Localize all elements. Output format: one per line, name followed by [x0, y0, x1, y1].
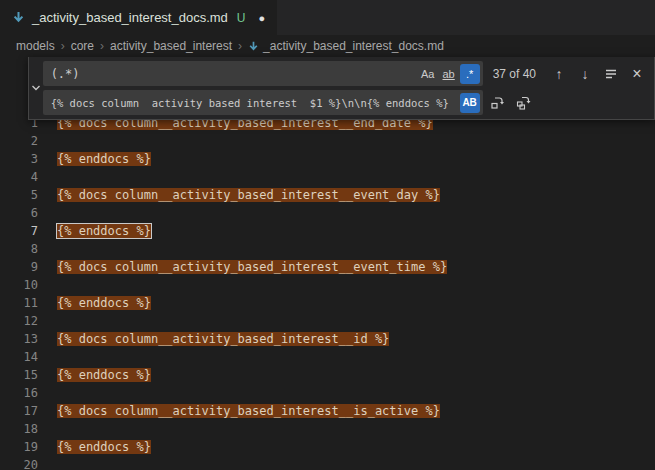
close-find-button[interactable]: × — [626, 63, 648, 85]
preserve-case-toggle[interactable]: AB — [460, 93, 480, 113]
results-count: 37 of 40 — [493, 67, 536, 81]
search-match: {% enddocs %} — [57, 440, 151, 454]
code-content: {% enddocs %} — [38, 150, 151, 168]
next-match-button[interactable]: ↓ — [574, 63, 596, 85]
line-number: 5 — [0, 186, 38, 204]
previous-match-button[interactable]: ↑ — [548, 63, 570, 85]
code-content: {% enddocs %} — [38, 366, 151, 384]
code-line[interactable]: 15{% enddocs %} — [0, 366, 655, 384]
line-number: 13 — [0, 330, 38, 348]
find-in-selection-button[interactable] — [600, 63, 622, 85]
toggle-replace-button[interactable] — [29, 61, 43, 115]
code-line[interactable]: 18 — [0, 420, 655, 438]
code-line[interactable]: 9{% docs column__activity_based_interest… — [0, 258, 655, 276]
line-number: 14 — [0, 348, 38, 366]
code-content: {% enddocs %} — [38, 438, 151, 456]
breadcrumb-separator-icon: › — [100, 39, 104, 53]
chevron-down-icon — [30, 82, 42, 94]
search-match: {% docs column__activity_based_interest_… — [57, 188, 440, 202]
line-number: 6 — [0, 204, 38, 222]
code-line[interactable]: 10 — [0, 276, 655, 294]
breadcrumb-item-models[interactable]: models — [16, 39, 55, 53]
search-input-value: (.*) — [51, 67, 417, 81]
code-line[interactable]: 13{% docs column__activity_based_interes… — [0, 330, 655, 348]
replace-all-button[interactable] — [513, 92, 535, 114]
whole-word-toggle[interactable]: ab — [439, 64, 459, 84]
find-rows: (.*) Aa ab .* 37 of 40 ↑ ↓ × {% docs col… — [43, 61, 648, 115]
arrow-down-icon: ↓ — [582, 66, 589, 82]
line-number: 15 — [0, 366, 38, 384]
replace-icon — [490, 95, 505, 110]
code-line[interactable]: 20 — [0, 456, 655, 470]
match-case-toggle[interactable]: Aa — [418, 64, 438, 84]
replace-button[interactable] — [487, 92, 509, 114]
line-number: 7 — [0, 222, 38, 240]
code-line[interactable]: 2 — [0, 132, 655, 150]
line-number: 2 — [0, 132, 38, 150]
code-line[interactable]: 6 — [0, 204, 655, 222]
code-line[interactable]: 5{% docs column__activity_based_interest… — [0, 186, 655, 204]
tab-title: _activity_based_interest_docs.md — [32, 10, 228, 25]
line-number: 11 — [0, 294, 38, 312]
search-match: {% enddocs %} — [57, 296, 151, 310]
code-line[interactable]: 12 — [0, 312, 655, 330]
code-content: {% docs column__activity_based_interest_… — [38, 258, 447, 276]
code-line[interactable]: 4 — [0, 168, 655, 186]
search-match: {% enddocs %} — [57, 152, 151, 166]
code-line[interactable]: 17{% docs column__activity_based_interes… — [0, 402, 655, 420]
code-line[interactable]: 7{% enddocs %} — [0, 222, 655, 240]
line-number: 19 — [0, 438, 38, 456]
code-line[interactable]: 14 — [0, 348, 655, 366]
breadcrumb-separator-icon: › — [238, 39, 242, 53]
code-content — [38, 384, 57, 402]
line-number: 17 — [0, 402, 38, 420]
breadcrumb-separator-icon: › — [61, 39, 65, 53]
find-widget: (.*) Aa ab .* 37 of 40 ↑ ↓ × {% docs col… — [28, 57, 655, 120]
line-number: 18 — [0, 420, 38, 438]
line-number: 3 — [0, 150, 38, 168]
code-content: {% docs column__activity_based_interest_… — [38, 402, 440, 420]
search-match: {% enddocs %} — [57, 368, 151, 382]
replace-input-value: {% docs column__activity_based_interest_… — [51, 97, 459, 109]
code-content: {% enddocs %} — [38, 222, 151, 240]
breadcrumb-item-folder[interactable]: activity_based_interest — [110, 39, 232, 53]
code-content — [38, 348, 57, 366]
regex-toggle[interactable]: .* — [460, 64, 480, 84]
line-number: 16 — [0, 384, 38, 402]
code-content — [38, 168, 57, 186]
line-number: 10 — [0, 276, 38, 294]
code-content — [38, 456, 57, 470]
code-line[interactable]: 16 — [0, 384, 655, 402]
line-number: 9 — [0, 258, 38, 276]
code-line[interactable]: 19{% enddocs %} — [0, 438, 655, 456]
tab-active-file[interactable]: _activity_based_interest_docs.md U ● — [0, 0, 278, 35]
breadcrumb-item-core[interactable]: core — [71, 39, 94, 53]
breadcrumb-item-file[interactable]: _activity_based_interest_docs.md — [248, 39, 444, 53]
code-line[interactable]: 11{% enddocs %} — [0, 294, 655, 312]
close-icon: × — [632, 65, 641, 83]
code-content: {% docs column__activity_based_interest_… — [38, 186, 440, 204]
line-number: 12 — [0, 312, 38, 330]
tab-bar: _activity_based_interest_docs.md U ● — [0, 0, 655, 35]
line-number: 8 — [0, 240, 38, 258]
search-match: {% docs column__activity_based_interest_… — [57, 260, 447, 274]
search-match-current: {% enddocs %} — [57, 224, 151, 238]
find-row: (.*) Aa ab .* 37 of 40 ↑ ↓ × — [43, 61, 648, 86]
search-input[interactable]: (.*) Aa ab .* — [43, 61, 483, 86]
code-line[interactable]: 3{% enddocs %} — [0, 150, 655, 168]
code-content — [38, 276, 57, 294]
search-match: {% docs column__activity_based_interest_… — [57, 404, 440, 418]
code-content: {% docs column__activity_based_interest_… — [38, 330, 389, 348]
code-content — [38, 312, 57, 330]
markdown-icon — [12, 11, 25, 24]
code-content: {% enddocs %} — [38, 294, 151, 312]
vscode-window: { "tab": { "title": "_activity_based_int… — [0, 0, 655, 470]
replace-input[interactable]: {% docs column__activity_based_interest_… — [43, 90, 483, 115]
replace-row: {% docs column__activity_based_interest_… — [43, 90, 648, 115]
code-line[interactable]: 8 — [0, 240, 655, 258]
code-content — [38, 204, 57, 222]
code-content — [38, 420, 57, 438]
selection-lines-icon — [604, 67, 618, 81]
dirty-indicator-icon[interactable]: ● — [259, 12, 266, 24]
code-content — [38, 132, 57, 150]
